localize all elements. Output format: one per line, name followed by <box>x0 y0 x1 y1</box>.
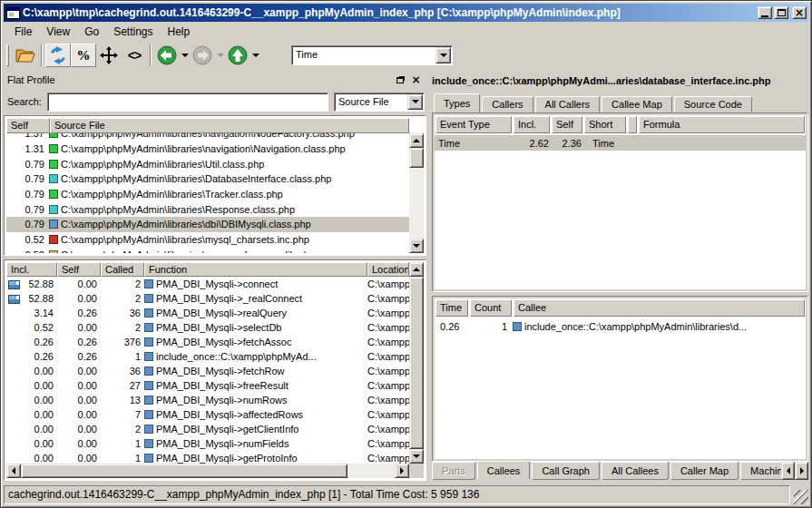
dock-move-button[interactable] <box>96 44 122 67</box>
column-header-location[interactable]: Location <box>367 262 409 277</box>
tab-types[interactable]: Types <box>434 93 480 112</box>
column-header-event-type[interactable]: Event Type <box>435 116 512 133</box>
column-header-short[interactable]: Short <box>584 116 626 133</box>
source-file-row[interactable]: 1.31C:\xampp\phpMyAdmin\libraries\naviga… <box>6 142 409 157</box>
relative-percent-toggle[interactable]: % <box>71 44 96 67</box>
toolbar: % <> <box>4 41 808 71</box>
scrollbar-thumb[interactable] <box>409 277 424 449</box>
up-dropdown[interactable] <box>250 44 260 67</box>
tab-source-code[interactable]: Source Code <box>674 96 752 112</box>
scroll-left-button[interactable] <box>6 464 21 478</box>
column-header-source-file[interactable]: Source File <box>50 118 409 133</box>
event-type-combobox[interactable]: Time <box>291 45 453 65</box>
source-file-row[interactable]: 0.52C:\xampp\phpMyAdmin\libraries\user_p… <box>6 248 409 254</box>
scrollbar-thumb[interactable] <box>409 148 424 168</box>
function-name: PMA_DBI_Mysqli->freeResult <box>156 380 289 391</box>
close-button[interactable]: × <box>792 6 807 19</box>
column-header-count[interactable]: Count <box>470 299 512 317</box>
maximize-button[interactable] <box>774 6 788 19</box>
column-header-called[interactable]: Called <box>101 262 144 277</box>
vertical-scrollbar[interactable] <box>409 262 424 464</box>
callee-row[interactable]: 0.261include_once::C:\xampp\phpMyAdmin\l… <box>435 318 806 334</box>
function-name-cell: PMA_DBI_Mysqli->fetchRow <box>144 366 367 376</box>
menu-item-settings[interactable]: Settings <box>106 24 160 40</box>
called-count-value: 36 <box>101 366 144 376</box>
toolbar-handle[interactable] <box>6 44 9 66</box>
function-row[interactable]: 0.520.002PMA_DBI_Mysqli->selectDbC:\xamp… <box>6 320 409 335</box>
forward-button[interactable] <box>190 44 215 67</box>
column-header-formula[interactable]: Formula <box>639 116 805 133</box>
function-row[interactable]: 0.000.0036PMA_DBI_Mysqli->fetchRowC:\xam… <box>6 364 409 378</box>
column-header-incl[interactable]: Incl. <box>6 262 57 277</box>
tab-callers[interactable]: Callers <box>482 96 533 112</box>
self-cost-value: 0.79 <box>6 189 44 200</box>
source-file-row[interactable]: 0.79C:\xampp\phpMyAdmin\libraries\Databa… <box>6 171 409 187</box>
dock-title-bar[interactable]: Flat Profile × <box>4 72 426 88</box>
combobox-dropdown-button[interactable] <box>435 47 451 64</box>
function-row[interactable]: 0.000.002PMA_DBI_Mysqli->getClientInfoC:… <box>6 422 409 436</box>
menu-item-view[interactable]: View <box>39 24 77 40</box>
up-button[interactable] <box>225 44 250 67</box>
relative-cost-button[interactable]: <> <box>122 44 147 67</box>
menu-item-go[interactable]: Go <box>77 24 106 40</box>
function-icon <box>144 425 153 434</box>
tab-callees[interactable]: Callees <box>477 462 531 480</box>
minimize-button[interactable] <box>758 6 772 19</box>
callee-table-header: Time Count Callee <box>435 299 805 317</box>
function-row[interactable]: 0.260.261include_once::C:\xampp\phpMyAd.… <box>6 349 409 364</box>
forward-dropdown[interactable] <box>215 44 225 67</box>
reload-button[interactable] <box>45 44 71 67</box>
tab-call-graph[interactable]: Call Graph <box>532 462 600 480</box>
menu-item-help[interactable]: Help <box>161 24 198 40</box>
scroll-down-button[interactable] <box>409 449 424 464</box>
function-row[interactable]: 0.000.0027PMA_DBI_Mysqli->freeResultC:\x… <box>6 378 409 393</box>
tab-all-callers[interactable]: All Callers <box>535 96 601 112</box>
close-dock-button[interactable]: × <box>409 73 423 86</box>
event-type-row[interactable]: Time2.622.36Time <box>435 135 806 151</box>
function-name: PMA_DBI_Mysqli->selectDb <box>156 322 281 333</box>
function-row[interactable]: 3.140.2636PMA_DBI_Mysqli->realQueryC:\xa… <box>6 306 409 320</box>
source-file-row[interactable]: 0.79C:\xampp\phpMyAdmin\libraries\dbi\DB… <box>6 217 409 232</box>
resize-grip[interactable] <box>794 490 808 504</box>
source-file-row[interactable]: 0.79C:\xampp\phpMyAdmin\libraries\Tracke… <box>6 187 409 202</box>
scrollbar-thumb[interactable] <box>21 464 347 478</box>
scroll-right-button[interactable] <box>395 464 409 478</box>
search-input[interactable] <box>50 95 326 109</box>
back-button[interactable] <box>154 44 180 67</box>
function-row[interactable]: 0.000.0013PMA_DBI_Mysqli->numRowsC:\xamp… <box>6 393 409 407</box>
scroll-down-button[interactable] <box>409 239 424 253</box>
tab-all-callees[interactable]: All Callees <box>602 462 669 480</box>
column-header-callee[interactable]: Callee <box>514 299 805 317</box>
group-by-combobox[interactable]: Source File <box>334 93 425 112</box>
function-row[interactable]: 0.000.007PMA_DBI_Mysqli->affectedRowsC:\… <box>6 407 409 422</box>
function-row[interactable]: 0.000.001PMA_DBI_Mysqli->getProtoInfoC:\… <box>6 451 409 464</box>
back-dropdown[interactable] <box>180 44 190 67</box>
function-row[interactable]: 0.260.26376PMA_DBI_Mysqli->fetchAssocC:\… <box>6 335 409 349</box>
source-file-row[interactable]: 0.52C:\xampp\phpMyAdmin\libraries\mysql_… <box>6 232 409 248</box>
column-header-function[interactable]: Function <box>144 262 367 277</box>
column-header-self[interactable]: Self <box>6 118 50 133</box>
source-file-row[interactable]: 0.79C:\xampp\phpMyAdmin\libraries\Util.c… <box>6 156 409 171</box>
source-file-row[interactable]: 0.79C:\xampp\phpMyAdmin\libraries\Respon… <box>6 201 409 217</box>
vertical-scrollbar[interactable] <box>409 133 424 253</box>
function-row[interactable]: 52.880.002PMA_DBI_Mysqli->connectC:\xamp… <box>6 277 409 291</box>
tab-callee-map[interactable]: Callee Map <box>602 96 672 112</box>
tab-caller-map[interactable]: Caller Map <box>670 462 739 480</box>
tab-scroll-right-button[interactable] <box>795 462 808 480</box>
tab-scroll-left-button[interactable] <box>781 462 795 480</box>
scrollbar-corner <box>409 464 424 478</box>
column-header-incl[interactable]: Incl. <box>514 116 550 133</box>
open-file-button[interactable] <box>13 44 38 67</box>
column-header-self[interactable]: Self <box>57 262 101 277</box>
function-row[interactable]: 52.880.002PMA_DBI_Mysqli->_realConnectC:… <box>6 291 409 306</box>
horizontal-scrollbar[interactable] <box>6 464 409 478</box>
scroll-up-button[interactable] <box>409 133 424 148</box>
menu-item-file[interactable]: File <box>7 24 39 40</box>
combobox-dropdown-button[interactable] <box>407 94 423 110</box>
column-header-time[interactable]: Time <box>435 299 468 317</box>
source-file-row[interactable]: 1.37C:\xampp\phpMyAdmin\libraries\naviga… <box>6 133 409 142</box>
column-header-self[interactable]: Self <box>552 116 582 133</box>
float-dock-button[interactable] <box>394 73 407 86</box>
function-row[interactable]: 0.000.001PMA_DBI_Mysqli->numFieldsC:\xam… <box>6 436 409 451</box>
scroll-up-button[interactable] <box>409 262 424 277</box>
